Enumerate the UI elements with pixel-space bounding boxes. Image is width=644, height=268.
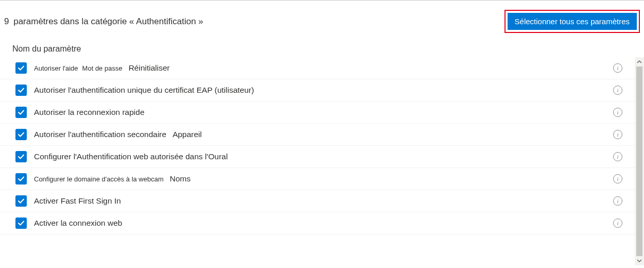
select-all-button[interactable]: Sélectionner tous ces paramètres [508,13,637,30]
setting-value: Réinitialiser [129,63,170,73]
info-icon[interactable]: i [613,63,622,73]
setting-label[interactable]: Autoriser l'authentification secondaire [34,130,166,139]
table-row: Configurer le domaine d'accès à la webca… [0,168,635,190]
setting-label[interactable]: Configurer le domaine d'accès à la webca… [34,175,164,183]
setting-label-secondary: Mot de passe [82,64,123,72]
setting-label[interactable]: Configurer l'Authentification web autori… [34,152,228,161]
checkbox[interactable] [15,107,27,118]
select-all-highlight: Sélectionner tous ces paramètres [504,10,640,33]
info-icon[interactable]: i [613,108,622,117]
setting-label[interactable]: Autoriser la reconnexion rapide [34,108,145,117]
scroll-up-arrow[interactable] [635,57,644,66]
checkbox[interactable] [15,151,27,162]
info-icon[interactable]: i [613,174,622,183]
setting-label[interactable]: Autoriser l'authentification unique du c… [34,86,254,95]
setting-label[interactable]: Autoriser l'aide [34,64,78,72]
category-summary: 9 paramètres dans la catégorie « Authent… [4,16,203,27]
setting-value: Noms [170,174,190,183]
info-icon[interactable]: i [613,86,622,95]
info-icon[interactable]: i [613,196,622,206]
table-row: Autoriser la reconnexion rapidei [0,102,635,124]
table-row: Activer la connexion webi [0,212,635,234]
scroll-thumb[interactable] [636,66,642,256]
setting-value: Appareil [172,130,202,139]
info-icon[interactable]: i [613,130,622,139]
info-icon[interactable]: i [613,219,622,228]
checkbox[interactable] [15,129,27,140]
checkbox[interactable] [15,62,27,74]
table-row: Configurer l'Authentification web autori… [0,146,635,168]
checkbox[interactable] [15,217,27,229]
info-icon[interactable]: i [613,152,622,161]
checkbox[interactable] [15,195,27,207]
table-row: Autoriser l'authentification secondaireA… [0,124,635,146]
column-header-name[interactable]: Nom du paramètre [0,41,644,57]
scrollbar[interactable] [635,57,644,265]
table-row: Autoriser l'authentification unique du c… [0,79,635,102]
settings-count: 9 [4,16,9,26]
setting-label[interactable]: Activer la connexion web [34,219,122,228]
table-row: Autoriser l'aideMot de passeRéinitialise… [0,57,635,79]
checkbox[interactable] [15,85,27,96]
divider [0,0,644,1]
checkbox[interactable] [15,173,27,185]
scroll-down-arrow[interactable] [635,256,644,265]
setting-label[interactable]: Activer Fast First Sign In [34,196,121,206]
table-row: Activer Fast First Sign Ini [0,190,635,212]
settings-category-text: paramètres dans la catégorie « Authentif… [13,16,203,26]
